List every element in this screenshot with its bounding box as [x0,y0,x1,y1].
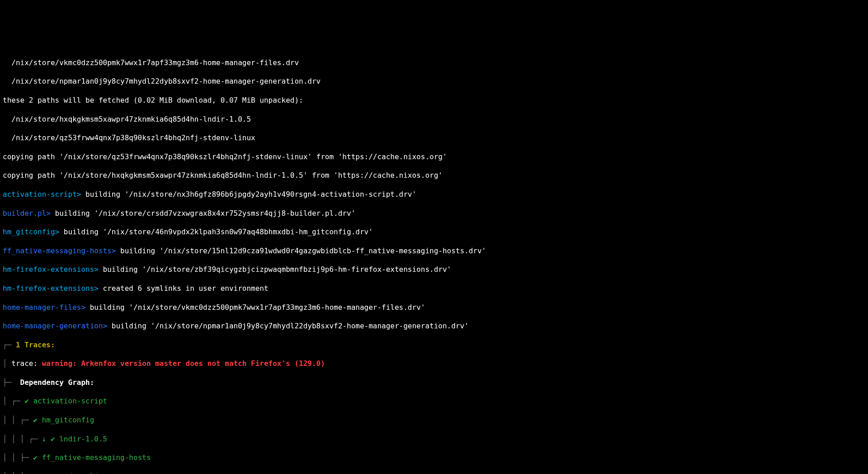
build-line: hm-firefox-extensions> created 6 symlink… [3,284,865,294]
store-path: /nix/store/qz53frww4qnx7p38q90kszlr4bhq2… [3,133,865,143]
build-msg: building '/nix/store/vkmc0dzz500pmk7wwx1… [85,303,425,312]
drv-path: /nix/store/vkmc0dzz500pmk7wwx1r7apf33mgz… [3,58,865,68]
build-tag: builder.pl> [3,209,51,218]
depgraph-header: ├─ Dependency Graph: [3,378,865,388]
build-line: hm_gitconfig> building '/nix/store/46n9v… [3,228,865,237]
build-line: builder.pl> building '/nix/store/crsdd7v… [3,209,865,218]
build-line: activation-script> building '/nix/store/… [3,190,865,199]
check-icon: ✔ [51,472,59,474]
dep-row: │ │ ┌─ ✔ hm_gitconfig [3,416,865,425]
download-icon: ↓ [42,472,51,474]
trace-line: │ trace: warning: Arkenfox version maste… [3,359,865,369]
copy-line: copying path '/nix/store/hxqkgkmsm5xawpr… [3,171,865,180]
check-icon: ✔ [51,435,59,443]
dep-row: │ │ │ ┌─ ↓ ✔ stdenv-linux [3,472,865,474]
build-line: hm-firefox-extensions> building '/nix/st… [3,265,865,275]
build-msg: building '/nix/store/15nl12d9cza91wdwd0r… [116,246,486,255]
build-line: home-manager-files> building '/nix/store… [3,303,865,313]
dep-row: │ ┌─ ✔ activation-script [3,397,865,406]
build-tag: activation-script> [3,190,81,199]
build-tag: hm_gitconfig> [3,228,59,236]
traces-header: ┌─ 1 Traces: [3,341,865,350]
build-msg: building '/nix/store/nx3h6gfz896b6jpgdy2… [81,190,416,199]
download-icon: ↓ [42,435,51,443]
build-msg: building '/nix/store/crsdd7vzxwgrax8x4xr… [51,209,355,218]
dep-row: │ │ │ ┌─ ↓ ✔ lndir-1.0.5 [3,435,865,444]
build-msg: building '/nix/store/npmar1an0j9y8cy7mhy… [107,322,469,330]
build-tag: ff_native-messaging-hosts> [3,246,116,255]
check-icon: ✔ [33,453,42,462]
build-line: home-manager-generation> building '/nix/… [3,322,865,331]
build-line: ff_native-messaging-hosts> building '/ni… [3,246,865,256]
build-msg: created 6 symlinks in user environment [99,284,269,293]
trace-prefix: trace: [7,359,42,368]
build-msg: building '/nix/store/zbf39qicygzbjcizpwa… [99,265,451,274]
store-path: /nix/store/hxqkgkmsm5xawpr47zknmkia6q85d… [3,115,865,124]
terminal-output: /nix/store/vkmc0dzz500pmk7wwx1r7apf33mgz… [0,47,868,474]
check-icon: ✔ [33,416,42,424]
dep-row: │ │ ├─ ✔ ff_native-messaging-hosts [3,453,865,463]
copy-line: copying path '/nix/store/qz53frww4qnx7p3… [3,152,865,162]
drv-path: /nix/store/npmar1an0j9y8cy7mhydl22dyb8sx… [3,77,865,86]
trace-warning: warning: Arkenfox version master does no… [42,359,325,368]
fetch-header: these 2 paths will be fetched (0.02 MiB … [3,96,865,105]
build-msg: building '/nix/store/46n9vpdx2klpah3sn0w… [59,228,373,236]
check-icon: ✔ [24,397,33,405]
build-tag: hm-firefox-extensions> [3,265,99,274]
build-tag: home-manager-files> [3,303,85,312]
build-tag: home-manager-generation> [3,322,107,330]
build-tag: hm-firefox-extensions> [3,284,99,293]
